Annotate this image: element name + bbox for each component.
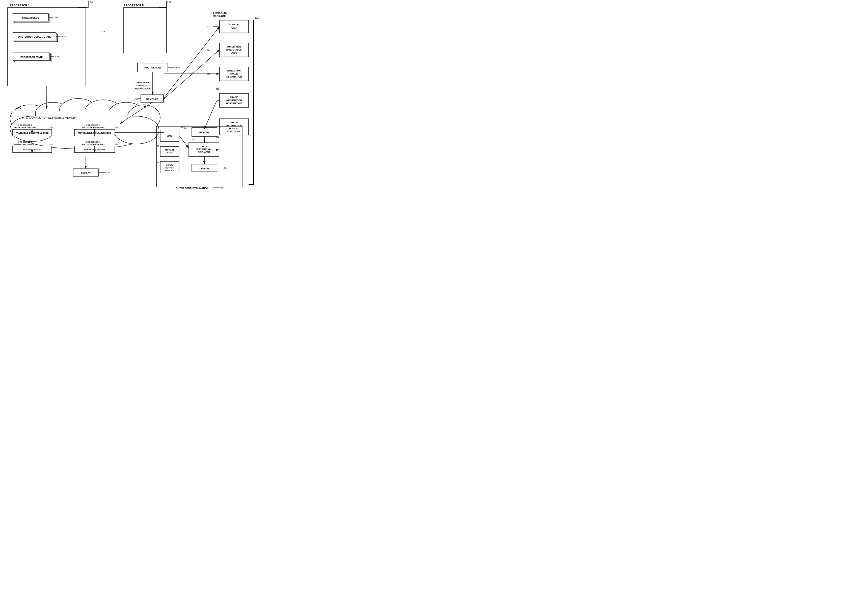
- interconnection-label: INTERCONNECTION NETWORK & MEMORY: [22, 116, 77, 119]
- source-code-label2: CODE: [231, 27, 237, 30]
- exec-trace-label2: TRACE: [230, 73, 238, 75]
- proc1-domX-label: PROCESSOR 1: [19, 124, 32, 126]
- exec-trace-label3: INFORMATION: [226, 76, 242, 78]
- dev-compiling-label: DEVELOPER: [136, 81, 149, 84]
- svg-line-73: [179, 136, 189, 148]
- ref227-label: 227: [215, 88, 219, 90]
- ref230-label: 230: [134, 98, 138, 100]
- trace-disp-func-label: TRACE: [230, 121, 238, 124]
- trace-displayer-label3: DISPLAYER: [198, 151, 210, 153]
- protection-domain-state-label: PROTECTION DOMAIN STATE: [19, 36, 51, 38]
- ref101-label: 101: [90, 0, 93, 3]
- ref256-label: 256: [155, 145, 159, 147]
- storage-device-label: STORAGE: [164, 149, 175, 151]
- display-client-label: DISPLAY: [200, 167, 209, 170]
- svg-line-67: [205, 100, 217, 129]
- ref260-label: 260: [192, 138, 195, 141]
- cloud-shape: [10, 98, 160, 149]
- proc1-domX-label2: PROTECTION DOMAIN X: [14, 126, 37, 129]
- dev-compiling-label3: INSTRUCTIONS: [135, 87, 150, 90]
- dots3-label: . . .: [54, 147, 59, 151]
- ref222-label: 222: [207, 25, 211, 28]
- stream-state-label: STREAM STATE: [22, 17, 40, 19]
- ref105-label: 105: [176, 66, 180, 69]
- proc1-domW-label2: PROTECTION DOMAIN W: [14, 143, 37, 146]
- procN-domZ-label2: PROTECTION DOMAIN Z: [82, 143, 105, 146]
- ref101-2-label: 101: [167, 0, 171, 3]
- perm-storage-label: PERMANENT: [211, 12, 227, 14]
- processor1-label: PROCESSOR 1: [9, 4, 29, 7]
- ref240-2-label: 240: [115, 126, 118, 129]
- client-system-label: CLIENT COMPUTER SYSTEM: [176, 187, 208, 190]
- svg-rect-41: [220, 20, 248, 33]
- input-devices-label: INPUT DEVICES: [144, 67, 161, 69]
- trace-info-desc-label3: DESCRIPTION: [226, 102, 242, 104]
- processorN-label: PROCESSOR N: [124, 4, 144, 7]
- io-devices-label: INPUT/: [166, 164, 173, 166]
- display-main-label: DISPLAY: [81, 172, 91, 174]
- dev-compiling-label2: COMPILING: [136, 84, 149, 87]
- ref101b-label: 101b: [61, 35, 66, 37]
- dots2-label: . . .: [54, 131, 59, 134]
- trace-disp-func-label3: DISPLAY: [229, 127, 239, 130]
- exec-trace-label: EXECUTION: [227, 70, 241, 72]
- memory-label: MEMORY: [199, 131, 209, 134]
- ref224-label: 224: [207, 49, 211, 51]
- trace-info-desc-label2: INFORMATION: [226, 99, 242, 101]
- proc1-domW-label: PROCESSOR 1: [19, 141, 32, 143]
- svg-line-62: [164, 50, 220, 99]
- io-devices-label2: OUTPUT: [166, 167, 174, 169]
- ref245-2-label: 245: [115, 143, 118, 146]
- ref240-1-label: 240: [49, 126, 53, 129]
- source-code-label: SOURCE: [229, 23, 239, 26]
- storage-device-label2: DEVICE: [166, 152, 174, 154]
- trace-displayer-label2: INFORMATION: [196, 148, 211, 151]
- procN-domY-label: PROCESSOR N: [86, 124, 100, 126]
- ref258-label: 258: [155, 161, 159, 163]
- traceable-exec-perm-label3: CODE: [231, 51, 237, 54]
- ref102-label: 102: [17, 107, 21, 109]
- ref254-label: 254: [223, 167, 227, 169]
- compiler-label: COMPILER: [146, 98, 158, 100]
- trace-info-desc-label: TRACE: [230, 96, 238, 98]
- perm-storage-label2: STORAGE: [213, 15, 226, 18]
- procN-domZ-label: PROCESSOR N: [86, 141, 100, 143]
- ref101a-label: 101a: [53, 16, 58, 19]
- svg-rect-17: [124, 8, 167, 53]
- ref245-1-label: 245: [49, 143, 53, 146]
- traceable-exec-perm-label: TRACEABLE: [227, 45, 241, 48]
- ref252-label: 252: [184, 127, 188, 129]
- svg-line-61: [164, 26, 220, 98]
- trace-displayer-label: TRACE: [200, 145, 208, 148]
- traceable-exec-perm-label2: EXECUTABLE: [226, 48, 242, 51]
- processor-state-label: PROCESSOR STATE: [20, 56, 43, 58]
- dots-label: . . .: [99, 28, 105, 32]
- procN-domY-label2: PROTECTION DOMAIN Y: [82, 126, 105, 129]
- cpu-label: CPU: [167, 135, 172, 137]
- ref120-label: 120: [255, 17, 259, 19]
- ref101c-label: 101c: [55, 56, 59, 58]
- io-devices-label3: DEVICES: [165, 169, 174, 172]
- ref110-label: 110: [107, 171, 110, 174]
- trace-disp-func-label4: FUNCTIONS: [227, 130, 241, 133]
